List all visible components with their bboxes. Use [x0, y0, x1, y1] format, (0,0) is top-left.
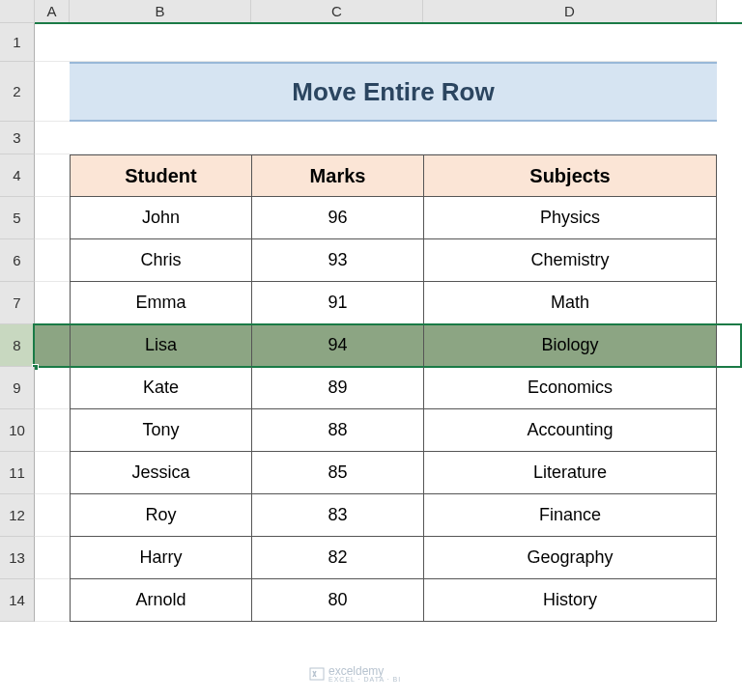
row-5: 5 John 96 Physics: [0, 197, 742, 239]
row-header-10[interactable]: 10: [0, 409, 35, 452]
freeze-pane-line: [35, 22, 742, 24]
table-cell[interactable]: Chemistry: [423, 239, 717, 282]
table-cell[interactable]: 83: [251, 494, 423, 537]
row-header-9[interactable]: 9: [0, 367, 35, 409]
row-header-1[interactable]: 1: [0, 23, 35, 62]
table-cell[interactable]: John: [70, 197, 251, 239]
title-cell[interactable]: Move Entire Row: [70, 62, 717, 122]
header-subjects[interactable]: Subjects: [423, 154, 717, 197]
table-cell[interactable]: 88: [251, 409, 423, 452]
table-cell[interactable]: 94: [251, 324, 423, 367]
row-header-6[interactable]: 6: [0, 239, 35, 282]
column-headers: A B C D: [0, 0, 742, 23]
row-8-selected: 8 Lisa 94 Biology: [0, 324, 742, 367]
col-header-b[interactable]: B: [70, 0, 251, 22]
table-cell[interactable]: Geography: [423, 537, 717, 579]
row-1: 1: [0, 23, 742, 62]
row-header-11[interactable]: 11: [0, 452, 35, 494]
select-all-corner[interactable]: [0, 0, 35, 22]
table-cell[interactable]: Harry: [70, 537, 251, 579]
col-header-c[interactable]: C: [251, 0, 423, 22]
watermark: exceldemy EXCEL · DATA · BI: [309, 664, 401, 683]
table-cell[interactable]: 93: [251, 239, 423, 282]
table-cell[interactable]: Tony: [70, 409, 251, 452]
row-14: 14 Arnold 80 History: [0, 579, 742, 622]
row-header-13[interactable]: 13: [0, 537, 35, 579]
col-header-d[interactable]: D: [423, 0, 717, 22]
watermark-sub: EXCEL · DATA · BI: [328, 676, 401, 683]
table-cell[interactable]: Literature: [423, 452, 717, 494]
row-header-4[interactable]: 4: [0, 154, 35, 197]
row-header-5[interactable]: 5: [0, 197, 35, 239]
row-12: 12 Roy 83 Finance: [0, 494, 742, 537]
row-9: 9 Kate 89 Economics: [0, 367, 742, 409]
row-header-14[interactable]: 14: [0, 579, 35, 622]
row-header-12[interactable]: 12: [0, 494, 35, 537]
row-13: 13 Harry 82 Geography: [0, 537, 742, 579]
table-cell[interactable]: Arnold: [70, 579, 251, 622]
table-cell[interactable]: Lisa: [70, 324, 251, 367]
col-header-a[interactable]: A: [35, 0, 70, 22]
table-cell[interactable]: Jessica: [70, 452, 251, 494]
table-cell[interactable]: Emma: [70, 282, 251, 324]
table-cell[interactable]: Accounting: [423, 409, 717, 452]
table-cell[interactable]: 80: [251, 579, 423, 622]
excel-icon: [309, 666, 325, 682]
svg-rect-0: [310, 668, 324, 680]
table-cell[interactable]: Physics: [423, 197, 717, 239]
table-cell[interactable]: Finance: [423, 494, 717, 537]
table-cell[interactable]: Chris: [70, 239, 251, 282]
table-cell[interactable]: Economics: [423, 367, 717, 409]
row-header-2[interactable]: 2: [0, 62, 35, 122]
row-10: 10 Tony 88 Accounting: [0, 409, 742, 452]
table-cell[interactable]: 82: [251, 537, 423, 579]
table-cell[interactable]: Biology: [423, 324, 717, 367]
row-3: 3: [0, 122, 742, 154]
table-cell[interactable]: History: [423, 579, 717, 622]
row-4: 4 Student Marks Subjects: [0, 154, 742, 197]
row-2: 2 Move Entire Row: [0, 62, 742, 122]
row-7: 7 Emma 91 Math: [0, 282, 742, 324]
table-cell[interactable]: 91: [251, 282, 423, 324]
row-11: 11 Jessica 85 Literature: [0, 452, 742, 494]
row-header-8[interactable]: 8: [0, 324, 35, 367]
table-cell[interactable]: 89: [251, 367, 423, 409]
table-cell[interactable]: Math: [423, 282, 717, 324]
table-cell[interactable]: Kate: [70, 367, 251, 409]
row-6: 6 Chris 93 Chemistry: [0, 239, 742, 282]
header-student[interactable]: Student: [70, 154, 251, 197]
table-cell[interactable]: Roy: [70, 494, 251, 537]
table-cell[interactable]: 96: [251, 197, 423, 239]
header-marks[interactable]: Marks: [251, 154, 423, 197]
row-header-7[interactable]: 7: [0, 282, 35, 324]
row-header-3[interactable]: 3: [0, 122, 35, 154]
table-cell[interactable]: 85: [251, 452, 423, 494]
